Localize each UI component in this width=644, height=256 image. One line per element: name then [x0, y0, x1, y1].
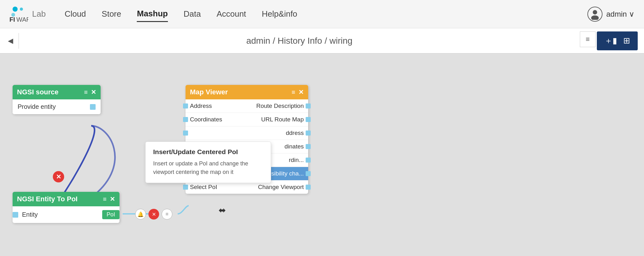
- mid-close-button[interactable]: ✕: [148, 209, 159, 220]
- dinates-output-connector[interactable]: [306, 144, 311, 149]
- nav-account[interactable]: Account: [217, 7, 246, 21]
- port-row-coordinates: Coordinates URL Route Map: [186, 113, 308, 126]
- poi-output-port[interactable]: PoI: [102, 210, 119, 219]
- mid-menu-icon: ≡: [165, 211, 168, 217]
- dinates-output-label: dinates: [280, 143, 308, 150]
- address-input-label: Address: [186, 103, 216, 109]
- map-viewer-controls: ≡ ✕: [291, 88, 304, 96]
- ngsi-source-widget: NGSI source ≡ ✕ Provide entity: [13, 85, 101, 114]
- change-viewport-output-label: Change Viewport: [254, 184, 308, 191]
- user-avatar: [587, 7, 602, 22]
- mid-connection-icons: 🔔 ✕ ≡: [135, 209, 172, 220]
- addr2-output-label: ddress: [281, 130, 308, 136]
- tooltip-popup: Insert/Update Centered PoI Insert or upd…: [145, 142, 271, 183]
- svg-point-5: [593, 10, 597, 14]
- back-button[interactable]: ◀: [6, 33, 19, 49]
- breadcrumb-bar: ◀ admin / History Info / wiring ≡ ＋▮ ⊞: [0, 28, 644, 53]
- map-viewer-header: Map Viewer ≡ ✕: [186, 85, 308, 99]
- url-route-output-label: URL Route Map: [257, 116, 308, 123]
- port-row-address: Address Route Description: [186, 99, 308, 113]
- ngsi-entity-title: NGSI Entity To PoI: [17, 195, 78, 203]
- mid-close-icon: ✕: [152, 211, 156, 217]
- ngsi-entity-close-icon[interactable]: ✕: [110, 195, 115, 203]
- ngsi-source-controls: ≡ ✕: [84, 88, 96, 96]
- addr2-input-connector[interactable]: [183, 131, 188, 136]
- wiring-canvas: NGSI source ≡ ✕ Provide entity ✕ NGSI En…: [0, 53, 644, 256]
- menu-icon: ≡: [586, 35, 590, 43]
- breadcrumb-actions: ≡ ＋▮ ⊞: [580, 31, 638, 50]
- route-desc-output-connector[interactable]: [306, 103, 311, 109]
- addr2-output-connector[interactable]: [306, 131, 311, 136]
- add-widget-icon: ＋▮: [604, 35, 617, 46]
- map-viewer-title: Map Viewer: [190, 88, 228, 96]
- breadcrumb-path: admin / History Info / wiring: [23, 36, 576, 46]
- nav-links: Cloud Store Mashup Data Account Help&inf…: [64, 6, 587, 22]
- entity-input-label: Entity: [22, 211, 38, 218]
- nav-mashup[interactable]: Mashup: [137, 6, 168, 22]
- svg-text:WARE: WARE: [16, 16, 28, 23]
- svg-point-1: [20, 8, 23, 11]
- ngsi-source-header: NGSI source ≡ ✕: [13, 85, 101, 99]
- rdin-output-connector[interactable]: [306, 158, 311, 163]
- ngsi-source-body: Provide entity: [13, 99, 101, 114]
- poi-output-label: PoI: [107, 211, 115, 218]
- rdin-output-label: rdin...: [284, 157, 308, 164]
- select-poi-input-label: Select PoI: [186, 184, 222, 191]
- connection-error-dot-1[interactable]: ✕: [53, 171, 64, 182]
- ngsi-source-title: NGSI source: [17, 88, 58, 96]
- user-area[interactable]: admin ∨: [587, 7, 635, 22]
- entity-input-port[interactable]: [13, 212, 18, 218]
- tooltip-description: Insert or update a PoI and change the vi…: [153, 159, 263, 176]
- layout-icon: ⊞: [623, 36, 630, 46]
- ngsi-source-close-icon[interactable]: ✕: [91, 88, 96, 96]
- provide-entity-output-port[interactable]: [90, 104, 96, 110]
- address-input-connector[interactable]: [183, 103, 188, 109]
- poi-visibility-output-connector[interactable]: [306, 171, 311, 176]
- nav-helpinfo[interactable]: Help&info: [262, 7, 297, 21]
- user-label[interactable]: admin ∨: [606, 10, 635, 19]
- top-navigation: FI WARE Lab Cloud Store Mashup Data Acco…: [0, 0, 644, 28]
- svg-text:FI: FI: [9, 16, 15, 23]
- action-button-group[interactable]: ＋▮ ⊞: [597, 31, 638, 50]
- coordinates-input-connector[interactable]: [183, 117, 188, 122]
- coordinates-input-label: Coordinates: [186, 116, 226, 123]
- map-viewer-menu-icon[interactable]: ≡: [291, 89, 295, 96]
- svg-point-6: [591, 15, 599, 20]
- route-desc-output-label: Route Description: [252, 103, 308, 109]
- breadcrumb-menu-button[interactable]: ≡: [580, 31, 596, 47]
- ngsi-entity-controls: ≡ ✕: [103, 195, 115, 203]
- tooltip-title: Insert/Update Centered PoI: [153, 148, 263, 156]
- fiware-logo-icon: FI WARE: [9, 5, 28, 23]
- mid-menu-button[interactable]: ≡: [162, 209, 172, 220]
- ngsi-source-menu-icon[interactable]: ≡: [84, 89, 88, 96]
- url-route-output-connector[interactable]: [306, 117, 311, 122]
- select-poi-input-connector[interactable]: [183, 185, 188, 190]
- error-x-icon: ✕: [56, 173, 61, 181]
- nav-data[interactable]: Data: [184, 7, 201, 21]
- provide-entity-label: Provide entity: [18, 103, 56, 110]
- map-viewer-close-icon[interactable]: ✕: [298, 88, 304, 96]
- lab-label: Lab: [32, 9, 46, 19]
- nav-cloud[interactable]: Cloud: [64, 7, 86, 21]
- ngsi-entity-body: Entity PoI: [13, 206, 119, 223]
- ngsi-entity-widget: NGSI Entity To PoI ≡ ✕ Entity PoI: [13, 192, 119, 223]
- connection-lines: [0, 53, 644, 256]
- bell-icon-button[interactable]: 🔔: [135, 209, 146, 220]
- change-viewport-output-connector[interactable]: [306, 185, 311, 190]
- nav-store[interactable]: Store: [102, 7, 121, 21]
- port-row-addr2: ddress: [186, 126, 308, 140]
- svg-point-0: [13, 7, 18, 12]
- ngsi-entity-menu-icon[interactable]: ≡: [103, 196, 107, 203]
- mouse-cursor: ⬌: [219, 205, 226, 215]
- logo-area: FI WARE Lab: [9, 5, 46, 23]
- ngsi-entity-header: NGSI Entity To PoI ≡ ✕: [13, 192, 119, 206]
